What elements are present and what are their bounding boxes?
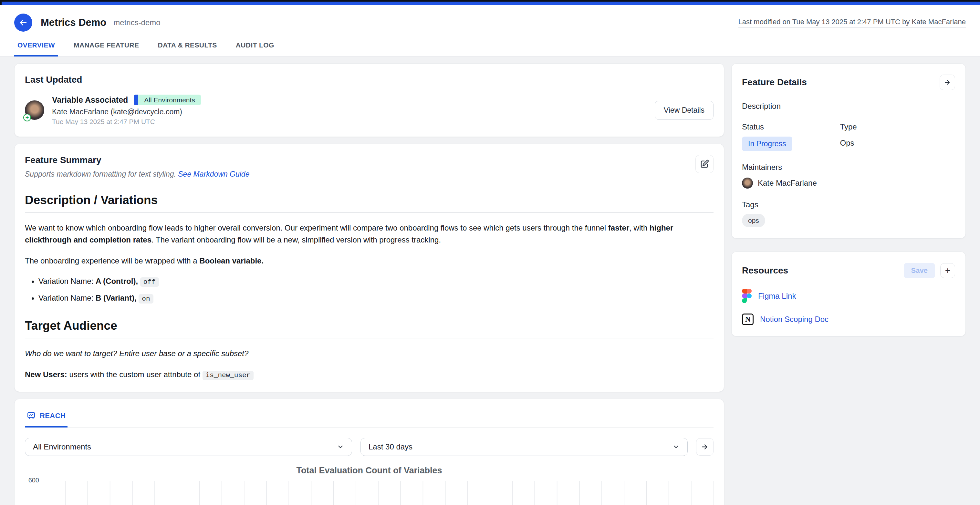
resources-title: Resources — [742, 265, 788, 276]
avatar — [742, 178, 753, 189]
chart-board-icon — [27, 411, 35, 420]
boolean-paragraph: The onboarding experience will be wrappe… — [25, 255, 714, 267]
markdown-body: Description / Variations We want to know… — [25, 194, 714, 381]
markdown-guide-link[interactable]: See Markdown Guide — [178, 170, 249, 178]
description-label: Description — [742, 102, 955, 111]
view-details-button[interactable]: View Details — [655, 101, 714, 120]
y-tick-label: 600 — [29, 476, 39, 484]
variations-heading: Description / Variations — [25, 194, 714, 213]
description-paragraph: We want to know which onboarding flow le… — [25, 222, 714, 246]
resources-card: Resources Save + Figma Link N Notion Sco… — [731, 251, 966, 337]
arrow-left-icon — [18, 18, 28, 27]
type-label: Type — [840, 122, 955, 132]
feature-summary-title: Feature Summary — [25, 155, 249, 165]
date-range-select[interactable]: Last 30 days — [361, 438, 688, 456]
target-audience-heading: Target Audience — [25, 319, 714, 338]
reach-chart-ylabels: 600500400 — [25, 481, 43, 505]
event-title: Variable Associated — [52, 95, 128, 105]
arrow-right-icon — [701, 443, 709, 451]
reach-chart-plot — [43, 481, 714, 505]
resource-link-notion[interactable]: N Notion Scoping Doc — [742, 313, 955, 325]
add-resource-button[interactable]: + — [940, 263, 955, 278]
tab-audit-log[interactable]: AUDIT LOG — [232, 37, 277, 57]
apply-filters-button[interactable] — [696, 438, 714, 456]
status-label: Status — [742, 122, 840, 132]
reach-tab-row: REACH — [25, 410, 714, 427]
tag-chip: ops — [742, 214, 765, 227]
page-header: Metrics Demo metrics-demo Last modified … — [0, 5, 980, 57]
notion-icon: N — [742, 313, 754, 325]
last-modified-text: Last modified on Tue May 13 2025 at 2:47… — [738, 18, 966, 27]
left-column: Last Updated + Variable Associated All E… — [14, 63, 724, 505]
environment-badge: All Environments — [134, 95, 201, 105]
sidebar-edge — [0, 2, 2, 5]
chevron-down-icon — [337, 443, 344, 451]
avatar: + — [25, 100, 44, 120]
variation-value-chip: on — [138, 294, 153, 303]
arrow-right-icon — [943, 78, 951, 86]
last-updated-card: Last Updated + Variable Associated All E… — [14, 63, 724, 137]
chevron-down-icon — [673, 443, 679, 451]
feature-summary-card: Feature Summary Supports markdown format… — [14, 144, 724, 392]
reach-chart: 600500400 — [25, 481, 714, 505]
type-value: Ops — [840, 138, 955, 148]
audit-event-row: + Variable Associated All Environments K… — [25, 95, 714, 125]
maintainer-name: Kate MacFarlane — [758, 179, 817, 187]
feature-details-title: Feature Details — [742, 77, 807, 87]
save-button[interactable]: Save — [904, 263, 935, 278]
target-question: Who do we want to target? Entire user ba… — [25, 348, 714, 359]
open-details-button[interactable] — [940, 75, 955, 90]
variation-list: Variation Name: A (Control), off Variati… — [25, 275, 714, 304]
event-timestamp: Tue May 13 2025 at 2:47 PM UTC — [52, 118, 655, 125]
variation-item-variant: Variation Name: B (Variant), on — [38, 292, 714, 304]
feature-details-card: Feature Details Description Status In Pr… — [731, 63, 966, 238]
environment-badge-accent — [134, 95, 138, 105]
back-button[interactable] — [14, 14, 32, 32]
right-sidebar: Feature Details Description Status In Pr… — [731, 63, 966, 505]
reach-card: REACH All Environments Last 30 days — [14, 399, 724, 505]
attribute-chip: is_new_user — [202, 371, 254, 380]
maintainers-label: Maintainers — [742, 163, 955, 172]
figma-icon — [742, 289, 752, 303]
resource-link-figma[interactable]: Figma Link — [742, 289, 955, 303]
target-line: New Users: users with the custom user at… — [25, 368, 714, 381]
edit-pencil-icon — [700, 159, 710, 169]
maintainer-row: Kate MacFarlane — [742, 178, 955, 189]
tags-label: Tags — [742, 200, 955, 209]
event-info: Variable Associated All Environments Kat… — [52, 95, 655, 125]
feature-key: metrics-demo — [113, 18, 160, 27]
edit-summary-button[interactable] — [695, 155, 714, 173]
variation-item-control: Variation Name: A (Control), off — [38, 275, 714, 287]
feature-tabs: OVERVIEW MANAGE FEATURE DATA & RESULTS A… — [14, 37, 966, 56]
chart-title: Total Evaluation Count of Variables — [25, 465, 714, 476]
page-title: Metrics Demo — [41, 17, 106, 29]
tab-reach[interactable]: REACH — [25, 410, 67, 427]
last-updated-title: Last Updated — [25, 75, 714, 85]
main-content: Last Updated + Variable Associated All E… — [0, 57, 980, 505]
event-type-badge-icon: + — [23, 114, 31, 121]
event-user: Kate MacFarlane (kate@devcycle.com) — [52, 108, 655, 116]
tab-overview[interactable]: OVERVIEW — [14, 37, 58, 57]
brand-accent-bar — [0, 2, 980, 5]
feature-summary-subtitle: Supports markdown formatting for text st… — [25, 170, 249, 179]
status-badge[interactable]: In Progress — [742, 137, 792, 151]
tab-data-results[interactable]: DATA & RESULTS — [154, 37, 220, 57]
reach-filters: All Environments Last 30 days — [25, 438, 714, 456]
variation-value-chip: off — [140, 277, 159, 287]
tab-manage-feature[interactable]: MANAGE FEATURE — [70, 37, 142, 57]
environment-select[interactable]: All Environments — [25, 438, 352, 456]
